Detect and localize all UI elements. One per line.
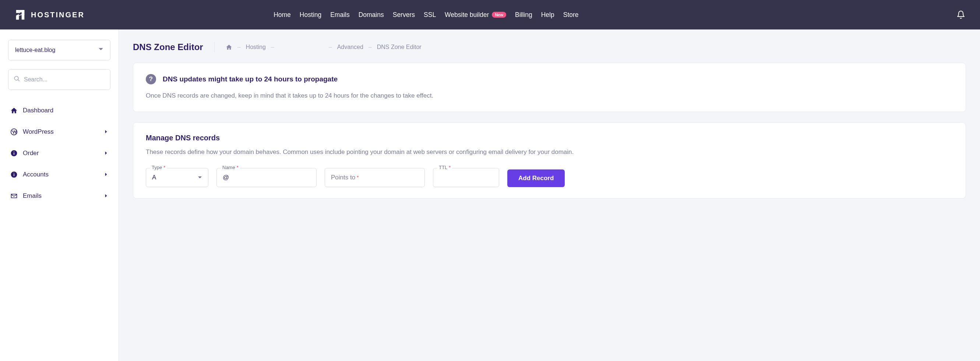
wordpress-icon [10, 128, 23, 136]
envelope-icon [10, 192, 23, 200]
manage-dns-card: Manage DNS records These records define … [133, 122, 966, 198]
dns-propagation-notice: ? DNS updates might take up to 24 hours … [133, 62, 966, 112]
svg-rect-5 [14, 174, 14, 176]
manage-title: Manage DNS records [146, 134, 953, 142]
nav-billing[interactable]: Billing [515, 11, 532, 19]
search-input[interactable] [24, 76, 105, 83]
chevron-right-icon [104, 128, 108, 136]
type-select[interactable]: A [146, 168, 208, 187]
question-icon: ? [146, 74, 156, 85]
sidebar-item-dashboard[interactable]: Dashboard [8, 100, 110, 121]
nav-emails[interactable]: Emails [330, 11, 350, 19]
type-label: Type* [150, 165, 167, 170]
sidebar-item-wordpress[interactable]: WordPress [8, 121, 110, 142]
nav-home[interactable]: Home [274, 11, 291, 19]
main-content: DNS Zone Editor – Hosting – – Advanced –… [119, 29, 980, 361]
sidebar: lettuce-eat.blog Dashboard Wor [0, 29, 119, 361]
nav-ssl[interactable]: SSL [424, 11, 436, 19]
crumb-separator: – [237, 44, 241, 51]
sidebar-item-label: Order [23, 150, 39, 157]
field-points-to: Points to * [325, 168, 425, 187]
brand-name: HOSTINGER [31, 11, 85, 19]
add-record-button[interactable]: Add Record [507, 169, 565, 187]
nav-store[interactable]: Store [563, 11, 579, 19]
sidebar-item-label: Emails [23, 192, 41, 200]
sidebar-item-label: Accounts [23, 171, 49, 178]
manage-description: These records define how your domain beh… [146, 147, 953, 157]
sidebar-item-emails[interactable]: Emails [8, 186, 110, 206]
info-icon [10, 150, 23, 157]
points-to-input[interactable] [361, 174, 418, 181]
new-badge: New [492, 12, 506, 18]
sidebar-item-label: Dashboard [23, 107, 53, 114]
nav-domains[interactable]: Domains [359, 11, 384, 19]
crumb-current: DNS Zone Editor [377, 44, 422, 51]
nav-hosting[interactable]: Hosting [300, 11, 321, 19]
svg-rect-2 [14, 152, 14, 155]
nav-website-builder[interactable]: Website builder New [445, 11, 506, 19]
sidebar-list: Dashboard WordPress Order Acc [8, 100, 110, 206]
svg-rect-3 [14, 152, 14, 152]
notice-body: Once DNS records are changed, keep in mi… [146, 91, 953, 101]
info-icon [10, 171, 23, 178]
add-record-form: Type* A Name* [146, 168, 953, 187]
home-icon [10, 107, 23, 114]
notice-title: DNS updates might take up to 24 hours to… [163, 75, 337, 83]
chevron-right-icon [104, 171, 108, 178]
field-type: Type* A [146, 168, 208, 187]
breadcrumb: – Hosting – – Advanced – DNS Zone Editor [226, 44, 422, 51]
name-input[interactable] [223, 174, 310, 181]
ttl-input[interactable] [439, 174, 493, 181]
nav-servers[interactable]: Servers [393, 11, 415, 19]
crumb-separator: – [271, 44, 274, 51]
separator [214, 42, 215, 52]
hostinger-logo-icon [15, 9, 26, 20]
crumb-separator: – [369, 44, 372, 51]
crumb-advanced[interactable]: Advanced [337, 44, 363, 51]
field-ttl: TTL* [433, 168, 499, 187]
type-value: A [152, 174, 156, 181]
search-icon [14, 75, 20, 84]
sidebar-item-label: WordPress [23, 128, 54, 136]
chevron-right-icon [104, 192, 108, 200]
crumb-hosting[interactable]: Hosting [246, 44, 266, 51]
points-to-input-wrapper[interactable]: Points to * [325, 168, 425, 187]
svg-rect-6 [14, 173, 14, 174]
sidebar-item-order[interactable]: Order [8, 143, 110, 164]
nav-items: Home Hosting Emails Domains Servers SSL … [274, 11, 578, 19]
domain-selected-label: lettuce-eat.blog [15, 47, 55, 53]
sidebar-search[interactable] [8, 69, 110, 90]
brand-logo[interactable]: HOSTINGER [15, 9, 85, 20]
ttl-label: TTL* [438, 165, 452, 170]
points-to-label: Points to * [331, 174, 359, 181]
chevron-right-icon [104, 150, 108, 157]
chevron-down-icon [198, 175, 202, 180]
nav-help[interactable]: Help [541, 11, 554, 19]
notifications-bell-icon[interactable] [956, 10, 965, 19]
page-header: DNS Zone Editor – Hosting – – Advanced –… [133, 42, 966, 52]
crumb-separator: – [329, 44, 332, 51]
top-nav: HOSTINGER Home Hosting Emails Domains Se… [0, 0, 980, 29]
name-label: Name* [221, 165, 240, 170]
field-name: Name* [216, 168, 317, 187]
sidebar-item-accounts[interactable]: Accounts [8, 164, 110, 185]
home-crumb-icon[interactable] [226, 44, 232, 51]
chevron-down-icon [98, 47, 103, 53]
domain-select[interactable]: lettuce-eat.blog [8, 40, 110, 61]
page-title: DNS Zone Editor [133, 42, 203, 52]
